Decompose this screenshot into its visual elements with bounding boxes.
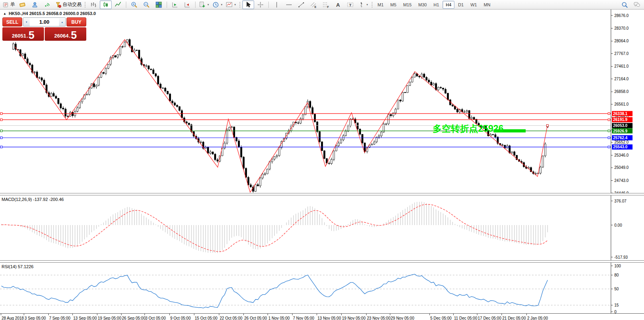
rsi-plot: 1008050150: [0, 263, 644, 313]
text-button[interactable]: A: [332, 0, 344, 9]
arrows-icon: [358, 1, 365, 8]
toolbar-separator: [167, 2, 167, 8]
svg-text:3 Sep 05:00: 3 Sep 05:00: [25, 316, 46, 320]
dropdown-arrow-icon: ▼: [207, 4, 209, 6]
volume-spinner: ▼ ▲: [23, 17, 66, 27]
chat-button[interactable]: [631, 0, 643, 9]
auto-scroll-button[interactable]: [169, 0, 181, 9]
auto-scroll-icon: [171, 1, 179, 8]
search-button[interactable]: [619, 0, 631, 9]
collapse-panel-icon[interactable]: ▲: [3, 12, 6, 15]
fibonacci-button[interactable]: F: [320, 0, 332, 9]
buy-price-big: 5: [71, 30, 77, 40]
auto-trading-icon: [55, 1, 62, 8]
toolbar-separator: [268, 2, 269, 8]
sell-button[interactable]: SELL: [2, 17, 22, 27]
sell-price-display[interactable]: 26051.5: [2, 27, 44, 41]
chart-shift-button[interactable]: [181, 0, 193, 9]
rsi-line: [2, 274, 548, 308]
svg-text:0.00: 0.00: [614, 223, 622, 227]
fibo-icon: F: [322, 1, 329, 8]
timeframe-button-M1[interactable]: M1: [374, 1, 387, 9]
buy-price-display[interactable]: 26064.5: [45, 27, 86, 41]
tile-windows-button[interactable]: [153, 0, 165, 9]
dropdown-arrow-icon: ▼: [220, 4, 223, 6]
dropdown-arrow-icon: ▼: [234, 4, 236, 6]
timeframe-button-M30[interactable]: M30: [415, 1, 430, 9]
timeframe-button-H4[interactable]: H4: [443, 1, 454, 9]
svg-text:19 Nov 05:00: 19 Nov 05:00: [342, 316, 366, 320]
svg-text:27164.0: 27164.0: [614, 77, 629, 81]
svg-text:25543.0: 25543.0: [613, 145, 628, 149]
new-order-icon: [2, 1, 9, 8]
price-chart[interactable]: 多空转折点2592628676.028370.028064.027767.027…: [0, 9, 644, 193]
text-label-button[interactable]: T: [344, 0, 356, 9]
svg-text:17 Dec 05:00: 17 Dec 05:00: [478, 316, 502, 320]
chart-shift-icon: [184, 1, 191, 8]
horizontal-line-button[interactable]: [283, 0, 295, 9]
line-chart-button[interactable]: [112, 0, 124, 9]
timeframe-button-M15[interactable]: M15: [400, 1, 414, 9]
buy-button[interactable]: BUY: [66, 17, 86, 27]
crosshair-icon: [257, 1, 264, 8]
svg-text:50: 50: [614, 287, 619, 291]
signals-icon[interactable]: [41, 0, 53, 9]
macd-panel: MACD(12,26,9) -137.92 -200.46 376.070.00…: [0, 195, 644, 260]
svg-text:28676.0: 28676.0: [614, 13, 629, 18]
svg-text:E: E: [314, 5, 316, 8]
templates-button[interactable]: ▼: [224, 0, 237, 9]
profile-icon[interactable]: [29, 0, 41, 9]
equidistant-channel-button[interactable]: E: [308, 0, 319, 9]
volume-input[interactable]: [30, 18, 59, 26]
svg-text:11 Dec 05:00: 11 Dec 05:00: [454, 316, 477, 320]
svg-text:7 Sep 05:00: 7 Sep 05:00: [49, 316, 70, 320]
sell-price-big: 5: [28, 30, 34, 40]
buy-price-main: 26064: [54, 33, 68, 39]
zoom-in-button[interactable]: [128, 0, 140, 9]
sell-price-main: 26051: [12, 33, 26, 39]
candlestick-chart-button[interactable]: [100, 0, 112, 9]
svg-text:27767.0: 27767.0: [614, 51, 629, 56]
macd-axis: 376.070.00-517.93: [611, 195, 628, 260]
templates-icon: [226, 1, 233, 8]
arrows-button[interactable]: ▼: [357, 0, 370, 9]
rsi-level-lines: [0, 275, 611, 305]
timeframe-button-MN[interactable]: MN: [481, 1, 494, 9]
svg-text:26053.0: 26053.0: [613, 123, 628, 128]
volume-increase-button[interactable]: ▲: [59, 18, 65, 26]
zoom-out-button[interactable]: [141, 0, 152, 9]
timeframe-button-W1[interactable]: W1: [467, 1, 480, 9]
new-chart-button[interactable]: ▼: [198, 0, 211, 9]
annotation-text[interactable]: 多空转折点25926: [433, 123, 503, 134]
timeframe-button-H1[interactable]: H1: [430, 1, 442, 9]
auto-trading-button[interactable]: 自动交易: [53, 0, 83, 9]
price-chart-panel[interactable]: 多空转折点2592628676.028370.028064.027767.027…: [0, 9, 644, 193]
svg-text:100: 100: [614, 264, 621, 268]
timeframe-button-D1[interactable]: D1: [455, 1, 467, 9]
cursor-button[interactable]: [242, 0, 254, 9]
periods-button[interactable]: ▼: [211, 0, 224, 9]
crosshair-button[interactable]: [255, 0, 266, 9]
main-toolbar: 单自动交易▼▼▼EFAT▼M1M5M15M30H1H4D1W1MN: [0, 0, 644, 9]
new-order-button[interactable]: 单: [1, 0, 16, 9]
svg-text:7 Nov 05:00: 7 Nov 05:00: [293, 316, 314, 320]
sell-price-dot: .: [27, 33, 28, 39]
svg-text:24446.0: 24446.0: [614, 191, 629, 193]
vertical-line-button[interactable]: [271, 0, 283, 9]
timeframe-button-M5[interactable]: M5: [387, 1, 399, 9]
svg-text:T: T: [349, 3, 351, 7]
svg-text:26 Sep 05:00: 26 Sep 05:00: [122, 316, 146, 320]
svg-text:80: 80: [614, 273, 619, 277]
price-axis[interactable]: 28676.028370.028064.027767.027461.027164…: [611, 9, 633, 193]
volume-decrease-button[interactable]: ▼: [23, 18, 30, 26]
time-axis-labels[interactable]: 28 Aug 20183 Sep 05:007 Sep 05:0013 Sep …: [1, 314, 548, 320]
svg-text:A: A: [336, 2, 340, 8]
macd-plot: 376.070.00-517.93: [0, 195, 644, 260]
chart-title-text: HK50-,H4 26015.5 26058.0 26000.0 26053.0: [9, 11, 96, 16]
clock-icon: [212, 1, 219, 8]
candles-icon: [102, 1, 109, 8]
toolbar-grip: [371, 2, 373, 8]
bar-chart-button[interactable]: [87, 0, 99, 9]
gold-chart-icon[interactable]: [17, 0, 28, 9]
trendline-button[interactable]: [295, 0, 307, 9]
